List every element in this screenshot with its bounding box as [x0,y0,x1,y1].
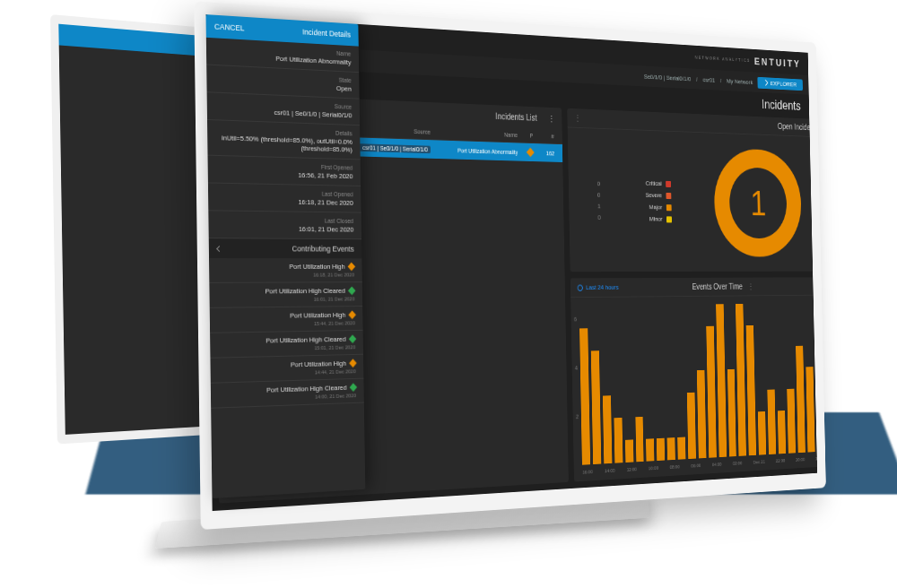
bar [614,418,623,463]
x-tick: 22:00 [776,458,785,463]
legend-count: 1 [597,203,601,210]
explorer-button-label: EXPLORER [770,80,797,88]
secondary-monitor [50,14,212,444]
bar [706,326,717,458]
event-sub: 16:18, 21 Dec 2020 [218,272,355,278]
bar-chart: 246 [570,296,817,469]
event-sub: 15:01, 21 Dec 2020 [219,344,356,352]
more-icon[interactable]: ⋮ [548,114,555,123]
donut-value: 1 [728,167,787,238]
donut-chart: 1 [713,148,802,257]
legend: CriticalSevereMajorMinor [645,180,672,223]
chevron-left-icon [763,80,769,86]
events-over-time-panel: Last 24 hours Events Over Time ⋮ 246 18:… [570,278,817,482]
y-tick: 4 [575,365,578,370]
cancel-button[interactable]: CANCEL [214,22,245,33]
crumb-item[interactable]: My Network [727,77,753,85]
y-tick: 2 [576,414,579,419]
legend-count: 0 [597,191,601,198]
legend-count: 0 [597,180,601,187]
severity-icon [348,310,356,319]
bar [635,417,644,462]
cell-name: Port Utilization Abnormality [433,144,520,156]
bar [815,367,817,452]
event-item[interactable]: Port Utilization High15:44, 21 Dec 2020 [210,307,363,333]
bar [667,437,675,460]
field-value: inUtil=5.50% (threshold=85.0%), outUtil=… [216,134,353,153]
event-item[interactable]: Port Utilization High Cleared16:01, 21 D… [209,282,362,308]
bar [796,346,806,453]
x-tick: 04:00 [712,462,722,467]
col-name[interactable]: Name [433,127,520,140]
x-tick: 06:00 [691,463,701,469]
col-number[interactable]: # [536,132,557,142]
bar [778,411,786,454]
bar [591,350,601,464]
x-tick: 14:00 [605,468,614,473]
event-sub: 15:44, 21 Dec 2020 [218,320,355,327]
severity-icon [349,359,357,368]
bar [579,329,590,465]
detail-field: First Opened16:56, 21 Feb 2020 [208,156,361,186]
col-priority[interactable]: P [520,131,536,141]
col-source[interactable]: Source [350,125,433,137]
bar [806,367,814,452]
severity-icon [348,263,356,272]
bar [727,369,736,456]
more-icon[interactable]: ⋮ [574,114,581,123]
swatch-icon [666,181,671,187]
event-item[interactable]: Port Utilization High16:18, 21 Dec 2020 [209,258,362,283]
swatch-icon [666,216,672,222]
brand-sub: NETWORK ANALYTICS [695,55,751,63]
crumb-item[interactable]: csr01 [702,76,715,84]
event-item[interactable]: Port Utilization High Cleared15:01, 21 D… [210,331,363,359]
bar [603,395,612,463]
event-item[interactable]: Port Utilization High Cleared14:00, 21 D… [211,379,364,409]
brand-name: ENTUITY [754,55,801,69]
legend-item: Severe [645,192,671,199]
section-title: Contributing Events [292,245,353,254]
field-value: 16:18, 21 Dec 2020 [216,197,353,207]
time-range-link[interactable]: Last 24 hours [578,284,619,291]
time-range-label: Last 24 hours [586,284,619,291]
more-icon[interactable]: ⋮ [747,282,753,291]
cell-source: csr01 | Se0/1/0 | Serial0/1/0 [350,142,433,153]
bar [657,438,665,461]
detail-field: Last Opened16:18, 21 Dec 2020 [208,183,361,212]
panel-title: Open Incidents [778,122,817,132]
x-tick: 16:00 [582,470,593,475]
event-sub: 16:01, 21 Dec 2020 [218,297,355,303]
drawer-title: Incident Details [302,28,351,39]
bar [767,390,776,454]
crumb-sep: / [696,75,698,82]
bar [687,393,696,459]
bar [736,304,746,456]
panel-title: Events Over Time [692,282,743,291]
severity-icon [349,334,357,343]
bar [697,370,707,458]
clock-icon [578,284,583,290]
severity-icon [350,383,358,392]
detail-field: Last Closed16:01, 21 Dec 2020 [208,211,361,239]
open-incidents-panel: ⋮ Open Incidents 1 CriticalSevereMajorMi… [567,108,817,272]
x-tick: 21 Dec [753,459,765,464]
x-tick: 12:00 [627,467,637,472]
legend-item: Minor [646,215,672,222]
legend-item: Major [646,203,672,211]
incident-details-drawer: CANCEL Incident Details NamePort Utiliza… [205,14,365,498]
field-label: Last Opened [216,189,353,198]
page-title: Incidents [762,98,801,113]
panel-title: Incidents List [495,112,536,123]
swatch-icon [666,204,672,211]
bar [677,437,685,460]
primary-monitor: NETWORK ANALYTICS ENTUITY Se0/1/0 | Seri… [194,1,826,530]
explorer-button[interactable]: EXPLORER [758,76,803,90]
crumb-item[interactable]: Se0/1/0 | Serial0/1/0 [644,73,692,82]
crumb-sep: / [720,77,722,84]
x-tick: 10:00 [649,465,658,471]
severity-icon [348,287,356,296]
x-tick: 08:00 [670,464,680,470]
contributing-events-header[interactable]: Contributing Events [209,238,362,258]
x-tick: 18:00 [815,456,817,462]
bar [758,411,766,455]
